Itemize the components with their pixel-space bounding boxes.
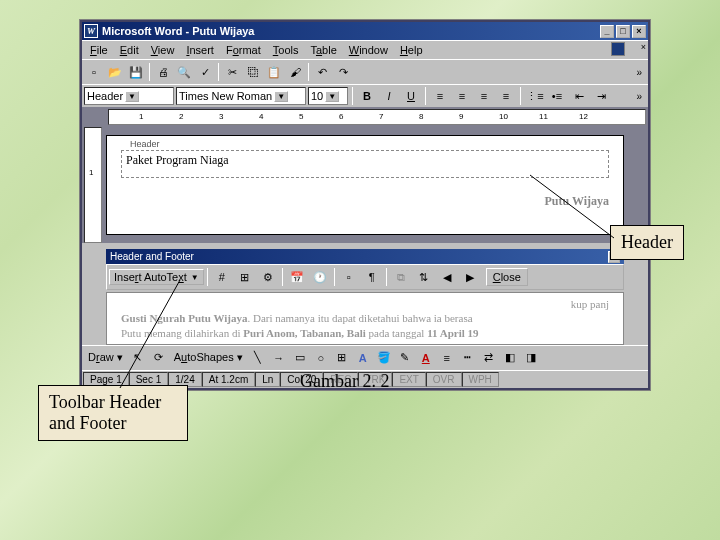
copy-icon[interactable]: ⿻ [243,62,263,82]
style-value: Header [87,90,123,102]
new-doc-icon[interactable]: ▫ [84,62,104,82]
save-icon[interactable]: 💾 [126,62,146,82]
cut-icon[interactable]: ✂ [222,62,242,82]
header-author: Putu Wijaya [121,194,609,209]
maximize-button[interactable]: □ [616,25,630,38]
undo-icon[interactable]: ↶ [312,62,332,82]
style-dropdown[interactable]: Header ▼ [84,87,174,105]
font-color-icon[interactable]: A [416,348,436,368]
menu-window[interactable]: Window [343,42,394,58]
title-bar: W Microsoft Word - Putu Wijaya _ □ × [82,22,648,40]
figure-caption: Gambar 2. 2 [300,371,389,392]
align-center-icon[interactable]: ≡ [452,87,472,105]
align-right-icon[interactable]: ≡ [474,87,494,105]
vertical-ruler[interactable]: 1 [84,127,102,243]
menu-bar: File Edit View Insert Format Tools Table… [82,40,648,59]
switch-header-footer-icon[interactable]: ⇅ [413,267,435,287]
menu-insert[interactable]: Insert [180,42,220,58]
line-color-icon[interactable]: ✎ [395,348,415,368]
line-style-icon[interactable]: ≡ [437,348,457,368]
show-hide-text-icon[interactable]: ¶ [361,267,383,287]
num-pages-icon[interactable]: ⊞ [234,267,256,287]
toolbar-expand-icon[interactable]: » [632,65,646,80]
insert-autotext-button[interactable]: Insert AutoText ▼ [109,269,204,285]
horizontal-ruler[interactable]: L 1 2 3 4 5 6 7 8 9 10 11 12 [108,109,646,125]
page-number-icon[interactable]: # [211,267,233,287]
arrow-icon[interactable]: → [269,348,289,368]
formatting-toolbar: Header ▼ Times New Roman ▼ 10 ▼ B I U ≡ … [82,84,648,107]
menu-tools[interactable]: Tools [267,42,305,58]
menu-format[interactable]: Format [220,42,267,58]
redo-icon[interactable]: ↷ [333,62,353,82]
draw-menu[interactable]: Draw ▾ [84,349,127,366]
date-icon[interactable]: 📅 [286,267,308,287]
chevron-down-icon: ▼ [125,91,139,102]
status-ext: EXT [392,372,425,387]
show-previous-icon[interactable]: ◀ [436,267,458,287]
open-icon[interactable]: 📂 [105,62,125,82]
time-icon[interactable]: 🕐 [309,267,331,287]
header-text[interactable]: Paket Program Niaga [126,153,604,168]
close-window-button[interactable]: × [632,25,646,38]
word-help-icon[interactable] [611,42,625,56]
body-line: Putu memang dilahirkan di Puri Anom, Tab… [121,326,609,340]
bullets-icon[interactable]: •≡ [547,87,567,105]
header-label: Header [128,139,162,149]
arrow-style-icon[interactable]: ⇄ [479,348,499,368]
same-as-previous-icon[interactable]: ⧉ [390,267,412,287]
body-line: Gusti Ngurah Putu Wijaya. Dari namanya i… [121,311,609,325]
italic-button[interactable]: I [379,87,399,105]
paste-icon[interactable]: 📋 [264,62,284,82]
wordart-icon[interactable]: A [353,348,373,368]
shadow-icon[interactable]: ◧ [500,348,520,368]
textbox-icon[interactable]: ⊞ [332,348,352,368]
status-ln: Ln [255,372,280,387]
increase-indent-icon[interactable]: ⇥ [591,87,611,105]
body-text-preview: kup panj Gusti Ngurah Putu Wijaya. Dari … [106,292,624,345]
doc-close-button[interactable]: × [641,42,646,58]
bold-button[interactable]: B [357,87,377,105]
hf-toolbar-buttons: Insert AutoText ▼ # ⊞ ⚙ 📅 🕐 ▫ ¶ ⧉ ⇅ ◀ ▶ … [106,264,624,290]
rotate-icon[interactable]: ⟳ [149,348,169,368]
font-size-dropdown[interactable]: 10 ▼ [308,87,348,105]
format-painter-icon[interactable]: 🖌 [285,62,305,82]
header-edit-area[interactable]: Header Paket Program Niaga [121,150,609,178]
oval-icon[interactable]: ○ [311,348,331,368]
page-setup-icon[interactable]: ▫ [338,267,360,287]
hf-toolbar-titlebar[interactable]: Header and Footer × [106,249,624,264]
format-page-num-icon[interactable]: ⚙ [257,267,279,287]
print-icon[interactable]: 🖨 [153,62,173,82]
print-preview-icon[interactable]: 🔍 [174,62,194,82]
line-icon[interactable]: ╲ [248,348,268,368]
menu-file[interactable]: File [84,42,114,58]
spellcheck-icon[interactable]: ✓ [195,62,215,82]
3d-icon[interactable]: ◨ [521,348,541,368]
page: Header Paket Program Niaga Putu Wijaya [106,135,624,235]
menu-help[interactable]: Help [394,42,429,58]
align-left-icon[interactable]: ≡ [430,87,450,105]
status-at: At 1.2cm [202,372,255,387]
rectangle-icon[interactable]: ▭ [290,348,310,368]
menu-table[interactable]: Table [304,42,342,58]
dash-style-icon[interactable]: ┅ [458,348,478,368]
underline-button[interactable]: U [401,87,421,105]
align-justify-icon[interactable]: ≡ [496,87,516,105]
font-dropdown[interactable]: Times New Roman ▼ [176,87,306,105]
decrease-indent-icon[interactable]: ⇤ [569,87,589,105]
minimize-button[interactable]: _ [600,25,614,38]
chevron-down-icon: ▼ [325,91,339,102]
ruler-area: L 1 2 3 4 5 6 7 8 9 10 11 12 [82,107,648,127]
menu-edit[interactable]: Edit [114,42,145,58]
toolbar-expand-icon[interactable]: » [632,89,646,104]
numbering-icon[interactable]: ⋮≡ [525,87,545,105]
menu-view[interactable]: View [145,42,181,58]
show-next-icon[interactable]: ▶ [459,267,481,287]
fill-color-icon[interactable]: 🪣 [374,348,394,368]
select-objects-icon[interactable]: ↖ [128,348,148,368]
hf-close-button[interactable]: Close [486,268,528,286]
body-line: kup panj [121,297,609,311]
autoshapes-menu[interactable]: AutoShapes ▾ [170,349,247,366]
size-value: 10 [311,90,323,102]
word-app-icon: W [84,24,98,38]
callout-header-label: Header [610,225,684,260]
